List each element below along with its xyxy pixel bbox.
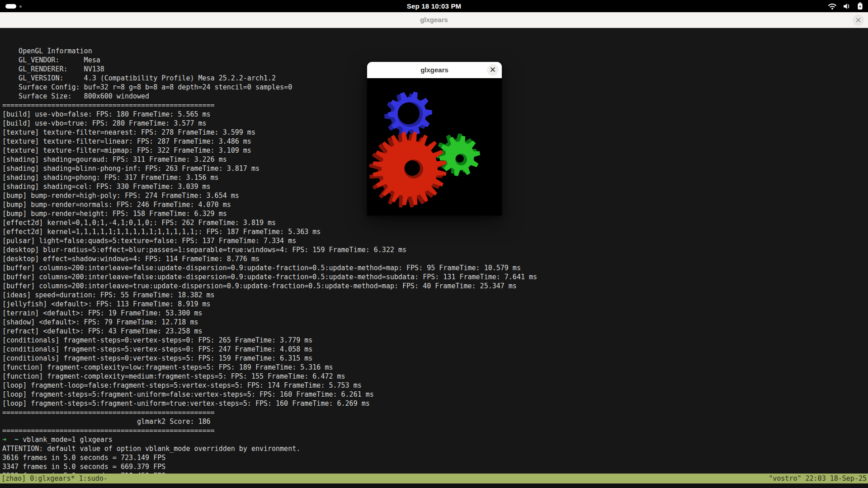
terminal-line: [loop] fragment-steps=5:fragment-uniform… (2, 399, 868, 408)
terminal-line: [desktop] blur-radius=5:effect=blur:pass… (2, 245, 868, 254)
terminal-line: [buffer] columns=200:interleave=true:upd… (2, 282, 868, 291)
gears-canvas (367, 78, 502, 216)
terminal-line: [buffer] columns=200:interleave=false:up… (2, 272, 868, 282)
terminal-line: 3347 frames in 5.0 seconds = 669.379 FPS (2, 462, 868, 471)
terminal-line: [buffer] columns=200:interleave=false:up… (2, 263, 868, 272)
blue-gear (384, 92, 432, 137)
terminal-line: [loop] fragment-loop=false:fragment-step… (2, 381, 868, 390)
terminal-line: [refract] <default>: FPS: 43 FrameTime: … (2, 327, 868, 336)
glxgears-titlebar[interactable]: glxgears (367, 62, 502, 78)
glxgears-close-button[interactable] (487, 64, 499, 76)
terminal-line: [jellyfish] <default>: FPS: 113 FrameTim… (2, 300, 868, 309)
terminal-line: ========================================… (2, 426, 868, 435)
terminal-line: [desktop] effect=shadow:windows=4: FPS: … (2, 254, 868, 263)
system-status-area[interactable] (828, 0, 863, 12)
terminal-titlebar[interactable]: glxgears (0, 12, 868, 28)
tmux-session-windows: [zhao] 0:glxgears* 1:sudo- (1, 474, 108, 483)
wifi-icon (828, 3, 837, 10)
close-icon (490, 66, 495, 74)
terminal-line: [conditionals] fragment-steps=0:vertex-s… (2, 336, 868, 345)
terminal-line: OpenGL Information (2, 47, 868, 56)
terminal-line: glmark2 Score: 186 (2, 417, 868, 426)
battery-charging-icon (857, 2, 863, 10)
volume-icon (843, 3, 851, 10)
terminal-close-button[interactable] (853, 14, 864, 26)
terminal-line: [function] fragment-complexity=medium:fr… (2, 372, 868, 381)
terminal-line: [conditionals] fragment-steps=5:vertex-s… (2, 345, 868, 354)
terminal-line: [function] fragment-complexity=low:fragm… (2, 363, 868, 372)
tmux-host-clock: "vostro" 22:03 18-Sep-25 (769, 474, 867, 483)
tmux-status-bar: [zhao] 0:glxgears* 1:sudo- "vostro" 22:0… (0, 474, 868, 483)
terminal-line: [conditionals] fragment-steps=0:vertex-s… (2, 354, 868, 363)
terminal-line: [effect2d] kernel=1,1,1,1,1;1,1,1,1,1;1,… (2, 227, 868, 236)
terminal-line: ATTENTION: default value of option vblan… (2, 444, 868, 453)
terminal-line: [terrain] <default>: FPS: 19 FrameTime: … (2, 309, 868, 318)
terminal-window-title: glxgears (0, 12, 868, 28)
terminal-line: [pulsar] light=false:quads=5:texture=fal… (2, 236, 868, 245)
terminal-line: [ideas] speed=duration: FPS: 55 FrameTim… (2, 291, 868, 300)
terminal-bottom-strip (0, 483, 868, 488)
terminal-line: ========================================… (2, 408, 868, 417)
terminal-line: [loop] fragment-steps=5:fragment-uniform… (2, 390, 868, 399)
close-icon (856, 16, 861, 24)
terminal-line: ➜ ~ vblank_mode=1 glxgears (2, 435, 868, 444)
clock-menu-button[interactable]: Sep 18 10:03 PM (0, 0, 868, 12)
top-bar: Sep 18 10:03 PM (0, 0, 868, 12)
terminal-line: [effect2d] kernel=0,1,0;1,-4,1;0,1,0;: F… (2, 218, 868, 227)
red-gear (369, 131, 446, 207)
terminal-line: [shadow] <default>: FPS: 79 FrameTime: 1… (2, 318, 868, 327)
glxgears-window: glxgears (367, 62, 502, 216)
glxgears-window-title: glxgears (367, 62, 502, 78)
terminal-line: 3616 frames in 5.0 seconds = 723.149 FPS (2, 453, 868, 462)
green-gear (436, 133, 480, 176)
